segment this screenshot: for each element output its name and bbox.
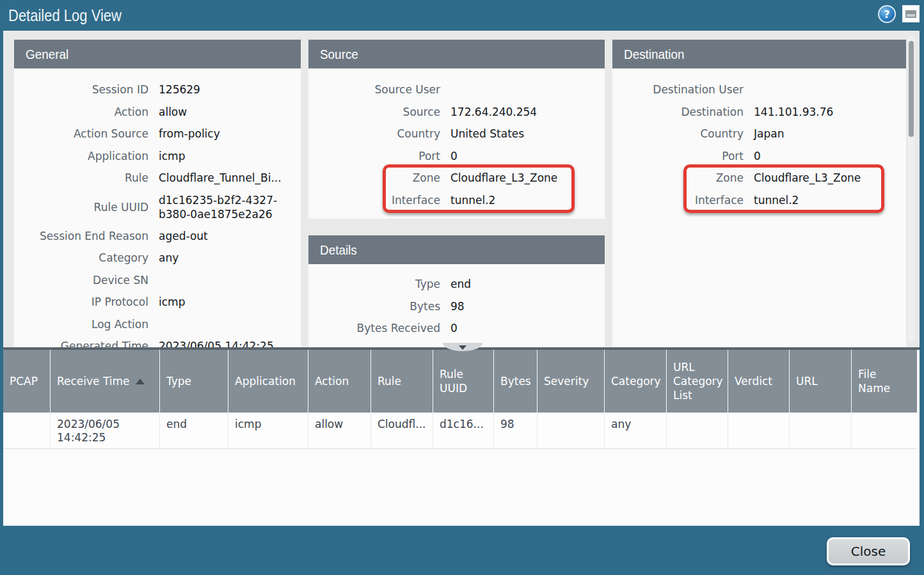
scrollbar-thumb[interactable] xyxy=(909,41,914,137)
column-header-url[interactable]: URL xyxy=(790,350,852,413)
column-header-type[interactable]: Type xyxy=(160,350,228,413)
field-application: Applicationicmp xyxy=(14,145,301,168)
help-glyph: ? xyxy=(884,8,889,20)
log-detail-area: General Session ID125629 Actionallow Act… xyxy=(3,31,920,347)
column-header-url-category-list[interactable]: URL Category List xyxy=(667,350,728,413)
column-header-rule[interactable]: Rule xyxy=(371,350,433,413)
field-action: Actionallow xyxy=(14,101,301,123)
field-session-id: Session ID125629 xyxy=(14,79,301,101)
column-header-application[interactable]: Application xyxy=(228,350,308,413)
source-zone-interface-highlight xyxy=(383,164,575,213)
field-source-user: Source User xyxy=(308,79,605,101)
sort-asc-icon xyxy=(136,379,145,384)
field-rule-uuid: Rule UUIDd1c16235-b2f2-4327-b380-0ae1875… xyxy=(14,189,301,225)
cell-type: end xyxy=(160,413,228,448)
help-icon[interactable]: ? xyxy=(878,5,896,23)
cell-url xyxy=(790,413,852,448)
details-panel: Details Typeend Bytes98 Bytes Received0 xyxy=(308,235,605,347)
field-device-sn: Device SN xyxy=(14,269,301,292)
column-header-action[interactable]: Action xyxy=(308,350,371,413)
field-bytes: Bytes98 xyxy=(308,295,605,318)
log-table: PCAP Receive Time Type Application Actio… xyxy=(3,347,920,526)
field-destination-port: Port0 xyxy=(612,145,906,168)
column-header-rule-uuid[interactable]: Rule UUID xyxy=(433,350,494,413)
field-session-end-reason: Session End Reasonaged-out xyxy=(14,225,301,248)
general-panel-header: General xyxy=(14,40,301,68)
field-ip-protocol: IP Protocolicmp xyxy=(14,291,301,313)
close-button[interactable]: Close xyxy=(827,537,910,565)
cell-pcap xyxy=(3,413,51,448)
column-header-file-name[interactable]: File Name xyxy=(852,350,917,413)
detail-area-scrollbar[interactable] xyxy=(908,36,914,343)
cell-rule: Cloudfl... xyxy=(371,413,433,448)
column-header-receive-time[interactable]: Receive Time xyxy=(51,350,160,413)
destination-panel-title: Destination xyxy=(624,47,685,62)
cell-file-name xyxy=(852,413,917,448)
column-header-pcap[interactable]: PCAP xyxy=(3,350,51,413)
field-destination-country: CountryJapan xyxy=(612,123,906,145)
cell-verdict xyxy=(728,413,790,448)
field-source-country: CountryUnited States xyxy=(308,123,605,145)
detailed-log-view-dialog: Detailed Log View ? General Session ID12… xyxy=(0,0,924,575)
field-type: Typeend xyxy=(308,273,605,295)
page-title: Detailed Log View xyxy=(8,6,122,25)
source-panel-title: Source xyxy=(320,47,358,62)
destination-panel-header: Destination xyxy=(612,40,906,68)
column-header-category[interactable]: Category xyxy=(605,350,667,413)
field-action-source: Action Sourcefrom-policy xyxy=(14,123,301,145)
field-log-action: Log Action xyxy=(14,313,301,336)
cell-severity xyxy=(538,413,605,448)
destination-zone-interface-highlight xyxy=(683,164,884,213)
cell-action: allow xyxy=(308,413,371,448)
chevron-down-icon xyxy=(459,345,466,350)
field-source-port: Port0 xyxy=(308,145,605,168)
maximize-window-icon[interactable] xyxy=(902,5,920,22)
column-header-severity[interactable]: Severity xyxy=(538,350,605,413)
field-destination-address: Destination141.101.93.76 xyxy=(612,101,906,123)
cell-receive-time: 2023/06/05 14:42:25 xyxy=(51,413,160,448)
field-generated-time: Generated Time2023/06/05 14:42:25 xyxy=(14,335,301,347)
field-rule: RuleCloudflare_Tunnel_Bi... xyxy=(14,167,301,189)
field-source-address: Source172.64.240.254 xyxy=(308,101,605,123)
table-row[interactable]: 2023/06/05 14:42:25 end icmp allow Cloud… xyxy=(3,413,917,449)
cell-url-category-list xyxy=(667,413,728,448)
cell-bytes: 98 xyxy=(494,413,538,448)
general-panel-title: General xyxy=(26,47,68,62)
source-panel-header: Source xyxy=(308,40,605,68)
general-panel: General Session ID125629 Actionallow Act… xyxy=(14,40,301,347)
column-header-verdict[interactable]: Verdict xyxy=(728,350,790,413)
details-panel-header: Details xyxy=(308,235,605,264)
window-pane-glyph xyxy=(905,10,916,18)
log-table-header: PCAP Receive Time Type Application Actio… xyxy=(3,350,917,413)
cell-rule-uuid: d1c16... xyxy=(433,413,494,448)
details-panel-title: Details xyxy=(320,242,357,258)
column-header-bytes[interactable]: Bytes xyxy=(494,350,538,413)
field-category: Categoryany xyxy=(14,247,301,269)
field-destination-user: Destination User xyxy=(612,79,906,101)
field-bytes-received: Bytes Received0 xyxy=(308,317,605,340)
cell-application: icmp xyxy=(228,413,308,448)
cell-category: any xyxy=(605,413,667,448)
